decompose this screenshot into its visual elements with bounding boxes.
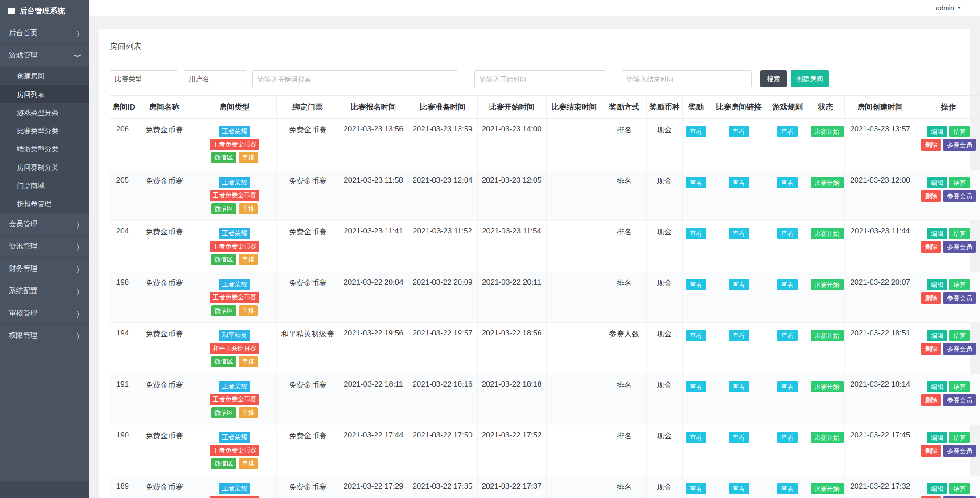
delete-button[interactable]: 删除: [921, 139, 941, 151]
members-button[interactable]: 参赛会员: [943, 496, 976, 498]
sidebar-item-finance[interactable]: 财务管理 ❯: [0, 258, 89, 280]
cell-reward-mode: 参赛人数: [602, 323, 646, 374]
view-button[interactable]: 查看: [729, 279, 749, 290]
view-button[interactable]: 查看: [729, 381, 749, 392]
search-button[interactable]: 搜索: [760, 70, 787, 87]
room-type-badge: 和平精英: [219, 330, 250, 341]
view-button[interactable]: 查看: [777, 432, 798, 443]
match-type-select[interactable]: 比赛类型: [110, 70, 177, 87]
edit-button[interactable]: 编辑: [927, 228, 947, 239]
brand-icon: [8, 8, 15, 14]
sidebar-item-members[interactable]: 会员管理 ❯: [0, 213, 89, 236]
edit-button[interactable]: 编辑: [927, 330, 947, 341]
sidebar-item-ticket-shop[interactable]: 门票商城: [0, 176, 89, 195]
end-time-input[interactable]: [622, 70, 752, 87]
create-room-button[interactable]: 创建房间: [791, 70, 829, 87]
view-button[interactable]: 查看: [777, 228, 798, 239]
delete-button[interactable]: 删除: [921, 190, 941, 202]
members-button[interactable]: 参赛会员: [943, 343, 976, 355]
view-button[interactable]: 查看: [729, 126, 749, 137]
delete-button[interactable]: 删除: [921, 496, 941, 498]
sidebar-item-room-format[interactable]: 房间赛制分类: [0, 158, 89, 176]
cell-ready-time: 2021-03-22 19:57: [408, 323, 477, 374]
members-button[interactable]: 参赛会员: [943, 190, 976, 202]
members-button[interactable]: 参赛会员: [943, 139, 976, 151]
view-button[interactable]: 查看: [729, 432, 749, 443]
sidebar-item-news[interactable]: 资讯管理 ❯: [0, 236, 89, 258]
cell-room-type: 王者荣耀王者免费金币赛微信区单排: [193, 119, 276, 170]
sidebar-item-home[interactable]: 后台首页 ❯: [0, 22, 89, 45]
settle-button[interactable]: 结算: [949, 177, 970, 188]
view-button[interactable]: 查看: [777, 483, 798, 494]
settle-button[interactable]: 结算: [949, 330, 970, 341]
sidebar-item-create-room[interactable]: 创建房间: [0, 67, 89, 85]
sidebar-item-permission[interactable]: 权限管理 ❯: [0, 325, 89, 347]
view-button[interactable]: 查看: [686, 330, 706, 341]
cell-reward-mode: 排名: [602, 425, 646, 476]
username-select[interactable]: 用户名: [184, 70, 246, 87]
table-row: 194 免费金币赛 和平精英和平击杀比拼赛微信区单排 和平精英初级赛 2021-…: [110, 323, 980, 374]
view-button[interactable]: 查看: [777, 381, 798, 392]
cell-status: 比赛开始: [807, 425, 844, 476]
caret-down-icon: ▼: [957, 6, 961, 10]
cell-created-time: 2021-03-23 12:00: [844, 170, 916, 221]
cell-game-rules: 查看: [768, 221, 807, 272]
cell-currency: 现金: [646, 272, 682, 323]
sidebar-item-system[interactable]: 系统配置 ❯: [0, 280, 89, 302]
cell-game-rules: 查看: [768, 272, 807, 323]
settle-button[interactable]: 结算: [949, 483, 970, 494]
view-button[interactable]: 查看: [686, 279, 706, 290]
delete-button[interactable]: 删除: [921, 343, 941, 355]
status-badge: 比赛开始: [811, 279, 844, 290]
view-button[interactable]: 查看: [729, 330, 749, 341]
view-button[interactable]: 查看: [729, 228, 749, 239]
cell-reward: 查看: [682, 119, 710, 170]
sidebar-item-game-type[interactable]: 游戏类型分类: [0, 103, 89, 122]
view-button[interactable]: 查看: [686, 432, 706, 443]
delete-button[interactable]: 删除: [921, 292, 941, 304]
cell-signup-time: 2021-03-22 19:56: [339, 323, 408, 374]
members-button[interactable]: 参赛会员: [943, 394, 976, 406]
view-button[interactable]: 查看: [686, 381, 706, 392]
room-type-badge: 王者荣耀: [219, 381, 250, 392]
view-button[interactable]: 查看: [686, 126, 706, 137]
members-button[interactable]: 参赛会员: [943, 241, 976, 253]
view-button[interactable]: 查看: [686, 228, 706, 239]
members-button[interactable]: 参赛会员: [943, 292, 976, 304]
sidebar-item-audit[interactable]: 审核管理 ❯: [0, 302, 89, 325]
edit-button[interactable]: 编辑: [927, 126, 947, 137]
sidebar-item-game[interactable]: 游戏管理 ❯: [0, 45, 89, 67]
view-button[interactable]: 查看: [777, 279, 798, 290]
settle-button[interactable]: 结算: [949, 432, 970, 443]
cell-end-time: [546, 170, 602, 221]
settle-button[interactable]: 结算: [949, 381, 970, 392]
edit-button[interactable]: 编辑: [927, 432, 947, 443]
settle-button[interactable]: 结算: [949, 279, 970, 290]
sidebar-item-coupon[interactable]: 折扣卷管理: [0, 195, 89, 213]
members-button[interactable]: 参赛会员: [943, 445, 976, 457]
settle-button[interactable]: 结算: [949, 126, 970, 137]
view-button[interactable]: 查看: [686, 483, 706, 494]
sidebar-item-match-type[interactable]: 比赛类型分类: [0, 122, 89, 140]
view-button[interactable]: 查看: [686, 177, 706, 188]
view-button[interactable]: 查看: [729, 483, 749, 494]
sidebar-item-room-list[interactable]: 房间列表: [0, 85, 89, 103]
delete-button[interactable]: 删除: [921, 445, 941, 457]
room-type-badge: 王者荣耀: [219, 126, 250, 137]
edit-button[interactable]: 编辑: [927, 279, 947, 290]
sidebar-item-pcgame-type[interactable]: 端游类型分类: [0, 140, 89, 158]
delete-button[interactable]: 删除: [921, 394, 941, 406]
view-button[interactable]: 查看: [729, 177, 749, 188]
room-type-badge: 单排: [239, 305, 258, 317]
user-dropdown[interactable]: admin ▼: [936, 4, 961, 12]
edit-button[interactable]: 编辑: [927, 381, 947, 392]
edit-button[interactable]: 编辑: [927, 483, 947, 494]
settle-button[interactable]: 结算: [949, 228, 970, 239]
view-button[interactable]: 查看: [777, 177, 798, 188]
delete-button[interactable]: 删除: [921, 241, 941, 253]
start-time-input[interactable]: [474, 70, 605, 87]
view-button[interactable]: 查看: [777, 330, 798, 341]
view-button[interactable]: 查看: [777, 126, 798, 137]
keyword-input[interactable]: [252, 70, 457, 87]
edit-button[interactable]: 编辑: [927, 177, 947, 188]
